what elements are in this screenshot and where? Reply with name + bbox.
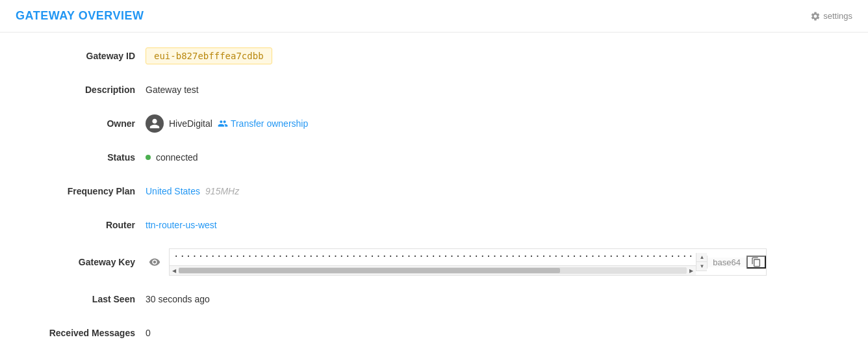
frequency-plan-value-container: United States 915MHz [146, 186, 239, 196]
clipboard-icon [751, 257, 761, 267]
description-row: Description Gateway test [16, 79, 852, 100]
gateway-key-value-container: ········································… [146, 248, 767, 276]
key-scrollbar[interactable]: ◀ ▶ [170, 266, 696, 275]
transfer-icon [218, 118, 228, 129]
frequency-primary: United States [146, 186, 200, 196]
frequency-secondary: 915MHz [205, 186, 239, 196]
eye-icon [149, 256, 160, 268]
status-row: Status connected [16, 147, 852, 168]
settings-link[interactable]: settings [810, 11, 852, 21]
gateway-id-row: Gateway ID eui-b827ebfffea7cdbb [16, 46, 852, 66]
description-value: Gateway test [146, 85, 199, 95]
owner-name: HiveDigital [169, 118, 212, 129]
scroll-left-arrow[interactable]: ◀ [170, 266, 179, 275]
router-value-container: ttn-router-us-west [146, 220, 217, 230]
owner-row: Owner HiveDigital Transfer ownership [16, 113, 852, 134]
copy-key-button[interactable] [747, 256, 766, 269]
received-messages-row: Received Messages 0 [16, 323, 852, 343]
router-value: ttn-router-us-west [146, 220, 217, 230]
status-label: Status [16, 152, 146, 163]
gateway-key-row: Gateway Key ····························… [16, 248, 852, 276]
base64-label: base64 [708, 258, 747, 267]
gateway-id-badge: eui-b827ebfffea7cdbb [146, 47, 272, 64]
key-up-arrow[interactable]: ▲ [696, 253, 707, 262]
status-dot [146, 155, 151, 160]
last-seen-row: Last Seen 30 seconds ago [16, 289, 852, 310]
router-row: Router ttn-router-us-west [16, 215, 852, 235]
gateway-id-label: Gateway ID [16, 51, 146, 61]
received-messages-label: Received Messages [16, 328, 146, 338]
frequency-plan-label: Frequency Plan [16, 186, 146, 196]
gateway-key-field: ········································… [169, 248, 767, 276]
key-side-arrows: ▲ ▼ [696, 253, 707, 271]
gear-icon [810, 11, 821, 21]
status-text: connected [156, 152, 198, 163]
content-area: Gateway ID eui-b827ebfffea7cdbb Descript… [0, 33, 868, 357]
settings-label: settings [823, 11, 852, 21]
received-messages-value: 0 [146, 328, 151, 338]
gateway-id-value-container: eui-b827ebfffea7cdbb [146, 47, 272, 64]
scrollbar-thumb [179, 268, 560, 273]
description-text: Gateway test [146, 85, 199, 95]
scrollbar-track[interactable] [179, 267, 687, 274]
scroll-right-arrow[interactable]: ▶ [687, 266, 696, 275]
frequency-plan-row: Frequency Plan United States 915MHz [16, 181, 852, 202]
last-seen-label: Last Seen [16, 294, 146, 304]
description-label: Description [16, 85, 146, 95]
gateway-key-label: Gateway Key [16, 257, 146, 267]
page-header: GATEWAY OVERVIEW settings [0, 0, 868, 33]
router-label: Router [16, 220, 146, 230]
eye-toggle-button[interactable] [146, 253, 164, 271]
key-dots-display: ········································… [170, 249, 696, 266]
transfer-ownership-link[interactable]: Transfer ownership [218, 118, 308, 129]
status-value-container: connected [146, 152, 198, 163]
last-seen-value-container: 30 seconds ago [146, 294, 210, 304]
owner-avatar [146, 114, 164, 133]
key-right-section: base64 [707, 256, 766, 269]
key-down-arrow[interactable]: ▼ [696, 262, 707, 271]
page-title: GATEWAY OVERVIEW [16, 9, 144, 23]
received-messages-value-container: 0 [146, 328, 151, 338]
person-icon [149, 118, 160, 129]
key-scroll-container: ········································… [170, 249, 696, 275]
transfer-ownership-label: Transfer ownership [231, 118, 308, 129]
owner-value-container: HiveDigital Transfer ownership [146, 114, 308, 133]
owner-label: Owner [16, 118, 146, 129]
last-seen-value: 30 seconds ago [146, 294, 210, 304]
